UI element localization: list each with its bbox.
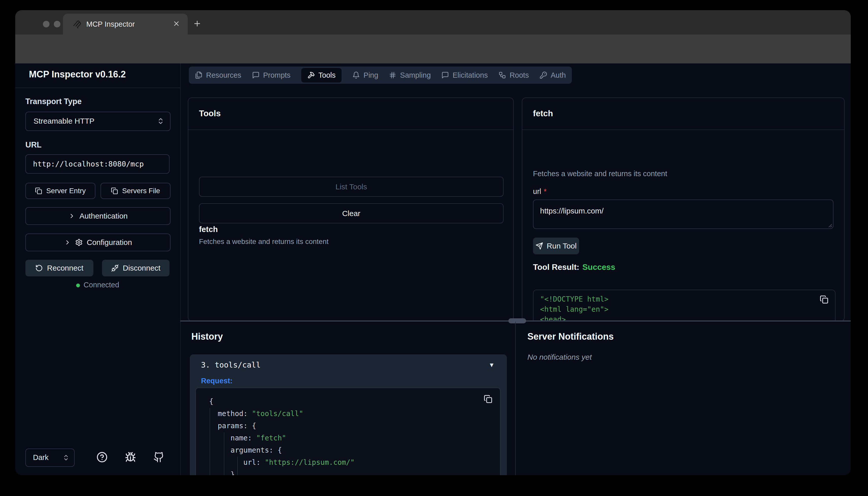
result-status-badge: Success xyxy=(583,262,615,272)
run-tool-label: Run Tool xyxy=(547,242,577,250)
browser-toolbar: localhost:6274/?MCP_PROXY_AUTH_TOKEN=9e7… xyxy=(15,34,851,63)
sidebar: MCP Inspector v0.16.2 Transport Type Str… xyxy=(15,63,181,475)
resize-handle-icon[interactable] xyxy=(826,221,833,228)
hammer-icon xyxy=(307,71,315,79)
browser-window: MCP Inspector localhost:6274/?MCP_PROXY_… xyxy=(15,10,851,475)
tab-roots[interactable]: Roots xyxy=(499,71,529,79)
tool-detail-title: fetch xyxy=(533,109,553,118)
status-dot xyxy=(76,283,80,287)
github-icon[interactable] xyxy=(153,452,164,464)
key-icon xyxy=(540,71,547,79)
configuration-toggle[interactable]: Configuration xyxy=(26,234,171,251)
chevrons-up-down-icon xyxy=(157,117,164,125)
transport-type-value: Streamable HTTP xyxy=(33,117,94,125)
copy-icon xyxy=(111,187,118,195)
send-icon xyxy=(536,242,543,250)
tab-resources[interactable]: Resources xyxy=(195,71,241,79)
tab-label: Sampling xyxy=(400,71,431,79)
traffic-light-minimize[interactable] xyxy=(54,21,60,27)
files-icon xyxy=(195,71,203,79)
message-square-icon xyxy=(252,71,259,79)
result-code-line: <html lang="en"> xyxy=(540,304,828,314)
url-label: URL xyxy=(26,140,42,150)
splitter-grip[interactable] xyxy=(508,318,526,323)
chevron-right-icon xyxy=(64,239,71,246)
result-code: "<!DOCTYPE html><html lang="en"><head><t… xyxy=(540,294,828,321)
theme-select[interactable]: Dark xyxy=(26,449,75,467)
tab-label: Tools xyxy=(318,71,336,79)
status-text: Connected xyxy=(83,281,119,289)
message-square-icon xyxy=(441,71,449,79)
request-json-line: url: "https://lipsum.com/" xyxy=(209,456,500,469)
request-label: Request: xyxy=(201,377,233,385)
tab-label: Resources xyxy=(206,71,241,79)
copy-icon xyxy=(35,187,42,195)
server-url-input[interactable] xyxy=(26,154,170,174)
tab-close-icon[interactable] xyxy=(173,20,180,27)
tab-ping[interactable]: Ping xyxy=(352,71,378,79)
required-marker: * xyxy=(543,187,547,196)
param-url-label: url* xyxy=(533,187,547,196)
bug-icon[interactable] xyxy=(125,452,136,463)
copy-result-icon[interactable] xyxy=(820,295,828,304)
reconnect-label: Reconnect xyxy=(47,264,83,273)
param-url-input[interactable]: https://lipsum.com/ xyxy=(533,200,834,229)
bottom-panel-divider xyxy=(515,322,516,475)
authentication-toggle[interactable]: Authentication xyxy=(26,207,171,225)
list-tools-button[interactable]: List Tools xyxy=(199,177,504,197)
authentication-label: Authentication xyxy=(79,212,128,220)
notifications-empty-text: No notifications yet xyxy=(527,353,591,361)
indent-guide xyxy=(210,408,210,475)
bell-icon xyxy=(352,71,360,79)
tool-item-name: fetch xyxy=(199,225,503,234)
tab-label: Ping xyxy=(363,71,378,79)
request-json-line: } xyxy=(209,469,500,475)
run-tool-button[interactable]: Run Tool xyxy=(533,237,579,254)
request-json-line: params: { xyxy=(209,420,500,432)
sidebar-divider xyxy=(15,88,180,88)
connection-status: Connected xyxy=(15,281,180,289)
tab-tools[interactable]: Tools xyxy=(301,68,342,82)
tab-prompts[interactable]: Prompts xyxy=(252,71,290,79)
nav-tabbar: Resources Prompts Tools Ping Sampling El… xyxy=(189,66,572,84)
theme-value: Dark xyxy=(33,453,48,462)
app-content: MCP Inspector v0.16.2 Transport Type Str… xyxy=(15,63,851,475)
gear-icon xyxy=(75,238,83,246)
result-code-line: "<!DOCTYPE html> xyxy=(540,294,828,304)
history-title: History xyxy=(191,331,223,342)
clear-button[interactable]: Clear xyxy=(199,203,504,223)
browser-tab[interactable]: MCP Inspector xyxy=(63,14,188,34)
panel-divider xyxy=(522,129,844,130)
rotate-ccw-icon xyxy=(35,264,43,272)
transport-type-label: Transport Type xyxy=(26,97,82,106)
copy-request-icon[interactable] xyxy=(484,395,492,403)
reconnect-button[interactable]: Reconnect xyxy=(26,260,93,276)
app-title: MCP Inspector v0.16.2 xyxy=(29,69,126,80)
server-entry-button[interactable]: Server Entry xyxy=(26,183,95,199)
tools-panel-title: Tools xyxy=(199,109,221,118)
collapse-caret-icon[interactable]: ▼ xyxy=(489,361,495,369)
servers-file-label: Servers File xyxy=(122,187,160,195)
new-tab-icon[interactable] xyxy=(193,19,202,28)
tab-auth[interactable]: Auth xyxy=(540,71,566,79)
list-tools-label: List Tools xyxy=(335,183,367,191)
tab-sampling[interactable]: Sampling xyxy=(389,71,431,79)
request-json-line: method: "tools/call" xyxy=(209,408,500,420)
disconnect-button[interactable]: Disconnect xyxy=(102,260,170,276)
tab-label: Prompts xyxy=(263,71,290,79)
tool-result-output: "<!DOCTYPE html><html lang="en"><head><t… xyxy=(533,290,836,321)
tool-detail-description: Fetches a website and returns its conten… xyxy=(533,170,667,178)
indent-guide xyxy=(224,432,224,475)
configuration-label: Configuration xyxy=(87,238,132,247)
request-json-code: { method: "tools/call" params: { name: "… xyxy=(209,396,500,475)
servers-file-button[interactable]: Servers File xyxy=(100,183,171,199)
help-icon[interactable] xyxy=(96,452,108,463)
transport-type-select[interactable]: Streamable HTTP xyxy=(26,112,171,131)
workflow-icon xyxy=(499,71,506,79)
tab-label: Roots xyxy=(510,71,529,79)
traffic-light-close[interactable] xyxy=(43,21,49,27)
request-json-line: { xyxy=(209,396,500,408)
tools-list-panel: Tools List Tools Clear fetch Fetches a w… xyxy=(188,97,514,321)
tool-list-item[interactable]: fetch Fetches a website and returns its … xyxy=(199,225,503,246)
tab-elicitations[interactable]: Elicitations xyxy=(441,71,488,79)
